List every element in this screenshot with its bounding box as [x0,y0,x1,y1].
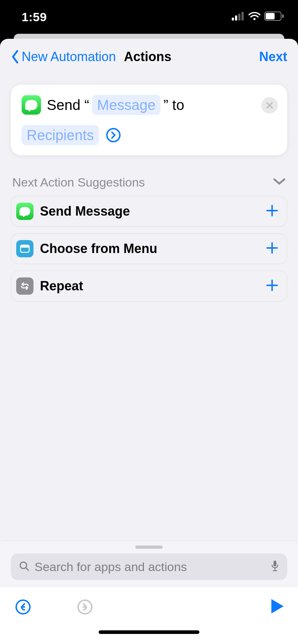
drawer-grabber[interactable] [0,540,298,553]
close-icon [266,101,274,109]
battery-icon [264,12,284,22]
menu-icon [16,240,33,257]
actions-sheet: New Automation Actions Next Send “ Messa… [0,39,298,644]
search-placeholder: Search for apps and actions [35,560,266,574]
page-title: Actions [124,49,171,64]
undo-icon [15,599,31,615]
editor-toolbar [0,586,298,627]
redo-button [76,598,94,616]
action-card-send-message[interactable]: Send “ Message ” to Recipients [11,85,287,155]
background-sheet [14,34,284,39]
suggestion-choose-from-menu[interactable]: Choose from Menu [11,233,287,264]
svg-point-4 [253,18,256,20]
home-indicator [0,627,298,644]
svg-rect-2 [238,14,240,20]
messages-app-icon [16,203,33,220]
recipients-token[interactable]: Recipients [22,125,99,145]
back-button[interactable]: New Automation [11,49,116,64]
chevron-right-icon [110,131,116,139]
remove-action-button[interactable] [261,97,278,114]
status-bar: 1:59 [0,0,298,34]
suggestion-send-message[interactable]: Send Message [11,196,287,227]
plus-icon [266,279,278,291]
status-indicators [232,12,284,22]
plus-icon [266,242,278,254]
suggestions-header[interactable]: Next Action Suggestions [12,175,286,189]
svg-rect-7 [282,14,284,18]
svg-marker-25 [271,599,284,613]
svg-rect-13 [21,245,29,248]
status-time: 1:59 [22,10,47,24]
cellular-icon [232,12,245,22]
search-input[interactable]: Search for apps and actions [11,553,287,580]
svg-rect-3 [241,12,244,20]
add-suggestion-button[interactable] [266,279,278,293]
plus-icon [266,204,278,217]
add-suggestion-button[interactable] [266,242,278,256]
search-icon [19,561,30,573]
action-text-prefix: Send “ [47,97,89,113]
run-button[interactable] [270,598,284,616]
message-token[interactable]: Message [92,95,161,115]
wifi-icon [248,12,261,22]
nav-bar: New Automation Actions Next [0,39,298,75]
svg-rect-20 [274,561,276,566]
suggestions-title: Next Action Suggestions [12,175,145,189]
bottom-dock: Search for apps and actions [0,540,298,644]
svg-rect-0 [232,18,234,20]
chevron-down-icon [273,178,286,187]
microphone-icon [271,560,279,572]
play-icon [270,598,284,614]
back-label: New Automation [22,49,116,64]
add-suggestion-button[interactable] [266,204,278,218]
dictation-button[interactable] [271,560,279,574]
next-button[interactable]: Next [259,49,287,64]
repeat-icon [16,277,33,295]
messages-app-icon [22,95,41,115]
svg-rect-6 [266,13,275,19]
chevron-left-icon [11,50,19,64]
svg-line-19 [26,568,28,570]
expand-action-button[interactable] [106,128,121,142]
action-text-mid: ” to [163,97,184,113]
undo-button[interactable] [14,598,32,616]
suggestion-label: Send Message [40,204,130,219]
suggestion-label: Choose from Menu [40,241,157,256]
svg-rect-1 [235,15,237,20]
suggestion-repeat[interactable]: Repeat [11,271,287,302]
redo-icon [77,599,93,615]
suggestion-label: Repeat [40,279,83,294]
